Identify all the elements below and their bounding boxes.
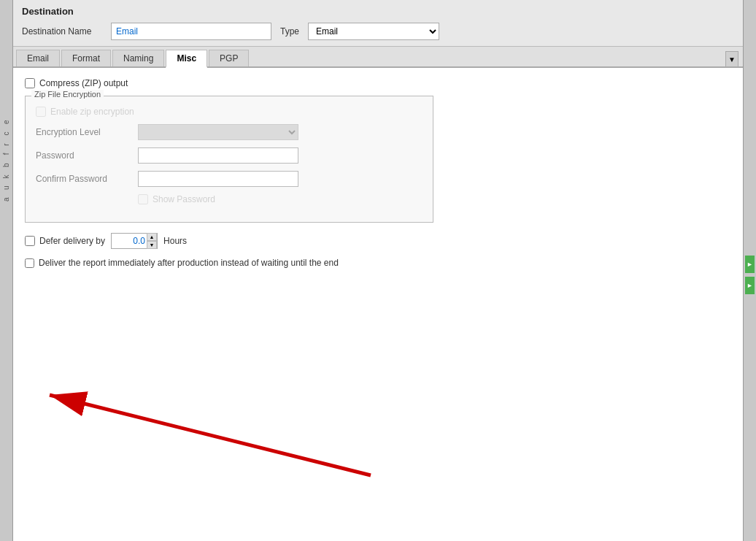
deliver-immediately-label[interactable]: Deliver the report immediately after pro… (39, 258, 339, 268)
password-input[interactable] (138, 147, 298, 164)
main-panel: Destination Destination Name Type Email … (13, 0, 743, 541)
confirm-password-row: Confirm Password (36, 171, 423, 187)
password-label: Password (36, 150, 138, 161)
red-arrow-annotation (35, 380, 385, 483)
encryption-level-label: Encryption Level (36, 127, 138, 137)
compress-checkbox[interactable] (25, 78, 35, 88)
header-row: Destination Name Type Email FTP Disk Pri… (22, 23, 734, 40)
type-label: Type (280, 26, 299, 37)
show-password-row: Show Password (138, 194, 423, 204)
defer-row: Defer delivery by ▲ ▼ Hours (25, 233, 731, 249)
confirm-password-label: Confirm Password (36, 174, 138, 184)
defer-spin-down[interactable]: ▼ (147, 241, 157, 249)
tabs-bar: Email Format Naming Misc PGP ▼ (13, 47, 743, 68)
defer-spinner: ▲ ▼ (147, 233, 157, 249)
confirm-password-input[interactable] (138, 171, 298, 187)
defer-text: Defer delivery by (39, 236, 105, 246)
app-container: e c r f b k u a Destination Destination … (0, 0, 756, 541)
compress-text: Compress (ZIP) output (39, 78, 128, 88)
compress-row: Compress (ZIP) output (25, 78, 731, 88)
dropdown-arrow-icon: ▼ (728, 55, 736, 64)
sidebar-label-e: e (2, 120, 10, 124)
red-arrow-svg (35, 380, 385, 483)
tab-email[interactable]: Email (16, 50, 60, 66)
tab-naming[interactable]: Naming (112, 50, 164, 66)
svg-line-1 (50, 395, 371, 475)
defer-spin-up[interactable]: ▲ (147, 233, 157, 241)
zip-encryption-group: Zip File Encryption Enable zip encryptio… (25, 96, 433, 223)
right-arrow-btn-1[interactable]: ► (745, 256, 755, 273)
left-sidebar: e c r f b k u a (0, 0, 13, 541)
compress-label[interactable]: Compress (ZIP) output (25, 78, 128, 88)
tab-misc[interactable]: Misc (166, 50, 207, 68)
sidebar-label-a: a (2, 197, 10, 202)
deliver-row: Deliver the report immediately after pro… (25, 258, 731, 268)
defer-checkbox[interactable] (25, 236, 35, 246)
panel-header: Destination Destination Name Type Email … (13, 0, 743, 47)
tab-pgp[interactable]: PGP (209, 50, 249, 66)
zip-group-title: Zip File Encryption (31, 90, 104, 99)
sidebar-label-k: k (2, 174, 10, 179)
defer-value-input[interactable] (112, 234, 147, 248)
defer-input-wrap: ▲ ▼ (111, 233, 158, 249)
tab-format[interactable]: Format (61, 50, 111, 66)
show-password-label[interactable]: Show Password (138, 194, 215, 204)
sidebar-label-b: b (2, 163, 10, 167)
deliver-immediately-text: Deliver the report immediately after pro… (39, 258, 339, 268)
right-arrow-btn-2[interactable]: ► (745, 277, 755, 294)
content-area: Compress (ZIP) output Zip File Encryptio… (13, 68, 743, 541)
sidebar-label-c: c (2, 131, 10, 136)
tabs-dropdown-icon[interactable]: ▼ (725, 51, 738, 67)
deliver-immediately-checkbox[interactable] (25, 258, 34, 268)
sidebar-label-f: f (2, 153, 10, 155)
encryption-level-select[interactable] (138, 124, 298, 140)
enable-zip-text: Enable zip encryption (50, 107, 134, 117)
show-password-text: Show Password (153, 194, 215, 204)
enable-zip-row: Enable zip encryption (36, 107, 423, 117)
enable-zip-checkbox[interactable] (36, 107, 46, 117)
defer-label[interactable]: Defer delivery by (25, 236, 105, 246)
dest-name-label: Destination Name (22, 26, 102, 37)
panel-title: Destination (22, 6, 734, 17)
show-password-checkbox[interactable] (138, 194, 148, 204)
dest-name-input[interactable] (111, 23, 271, 40)
right-strip: ► ► (743, 0, 756, 541)
password-row: Password (36, 147, 423, 164)
sidebar-label-r: r (2, 143, 10, 146)
hours-label: Hours (163, 236, 187, 246)
type-select[interactable]: Email FTP Disk Printer (308, 23, 439, 40)
sidebar-label-u: u (2, 185, 10, 190)
enable-zip-label[interactable]: Enable zip encryption (36, 107, 134, 117)
encryption-level-row: Encryption Level (36, 124, 423, 140)
